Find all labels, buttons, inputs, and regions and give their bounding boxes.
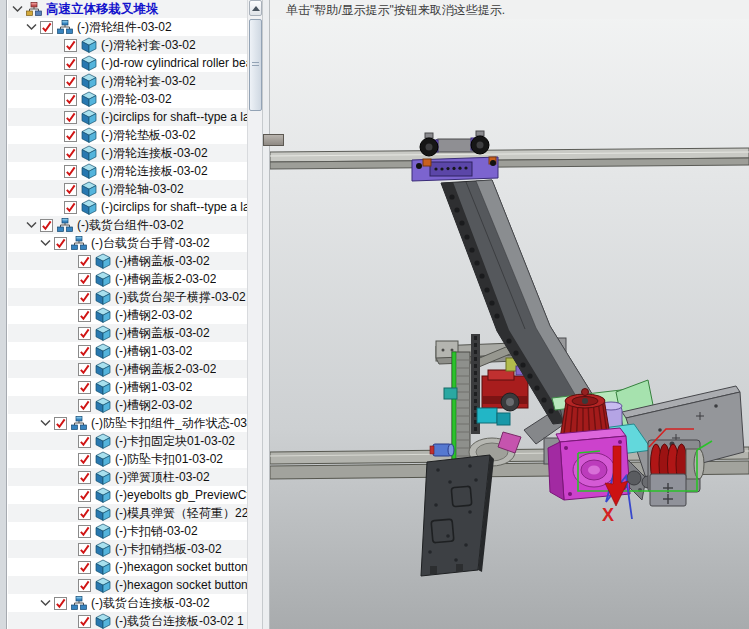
show-checkbox[interactable] [64, 201, 77, 214]
tree-row[interactable]: (-)台载货台手臂-03-02 [8, 234, 247, 252]
tree-row[interactable]: (-)卡扣固定块01-03-02 [8, 432, 247, 450]
show-checkbox[interactable] [78, 543, 91, 556]
part-cube-icon [95, 613, 111, 629]
part-cube-icon [95, 451, 111, 467]
row-label: (-)槽钢1-03-02 [115, 379, 192, 396]
show-checkbox[interactable] [40, 21, 53, 34]
tree-row[interactable]: (-)载货台组件-03-02 [8, 216, 247, 234]
pulley-bracket[interactable] [650, 474, 686, 506]
show-checkbox[interactable] [78, 435, 91, 448]
cad-model-scene[interactable]: X [270, 0, 749, 629]
show-checkbox[interactable] [78, 489, 91, 502]
show-checkbox[interactable] [40, 219, 53, 232]
tree-row[interactable]: (-)槽钢1-03-02 [8, 378, 247, 396]
tree-row[interactable]: (-)hexagon socket button h [8, 558, 247, 576]
show-checkbox[interactable] [64, 129, 77, 142]
tree-row[interactable]: (-)滑轮-03-02 [8, 90, 247, 108]
show-checkbox[interactable] [78, 525, 91, 538]
show-checkbox[interactable] [78, 273, 91, 286]
show-checkbox[interactable] [78, 291, 91, 304]
3d-viewport[interactable]: X 单击"帮助/显示提示"按钮来取消这些提示. [270, 0, 749, 629]
show-checkbox[interactable] [64, 93, 77, 106]
show-checkbox[interactable] [78, 363, 91, 376]
tree-row[interactable]: (-)滑轮衬套-03-02 [8, 36, 247, 54]
show-checkbox[interactable] [64, 39, 77, 52]
tree-row[interactable]: (-)防坠卡扣组件_动作状态-03 [8, 414, 247, 432]
show-checkbox[interactable] [64, 183, 77, 196]
axis-x-label: X [602, 505, 614, 525]
expander-chevron-icon[interactable] [12, 5, 26, 13]
part-cube-icon [95, 289, 111, 305]
show-checkbox[interactable] [78, 327, 91, 340]
show-checkbox[interactable] [78, 471, 91, 484]
tree-row[interactable]: (-)d-row cylindrical roller bear [8, 54, 247, 72]
tree-row[interactable]: (-)卡扣销挡板-03-02 [8, 540, 247, 558]
tree-row[interactable]: (-)防坠卡扣01-03-02 [8, 450, 247, 468]
tree-row[interactable]: (-)hexagon socket button h [8, 576, 247, 594]
tree-row[interactable]: (-)槽钢1-03-02 [8, 342, 247, 360]
tree-row[interactable]: (-)模具弹簧（轻荷重）22× [8, 504, 247, 522]
show-checkbox[interactable] [78, 615, 91, 628]
row-label: (-)hexagon socket button h [115, 560, 247, 574]
tree-row[interactable]: (-)弹簧顶柱-03-02 [8, 468, 247, 486]
tree-row[interactable]: (-)槽钢盖板2-03-02 [8, 270, 247, 288]
show-checkbox[interactable] [78, 381, 91, 394]
tree-row[interactable]: (-)载货台连接板-03-02 [8, 594, 247, 612]
row-label: (-)d-row cylindrical roller bear [101, 56, 247, 70]
row-label: (-)槽钢盖板-03-02 [115, 325, 210, 342]
carriage-roller-right[interactable] [471, 136, 489, 154]
show-checkbox[interactable] [78, 561, 91, 574]
show-checkbox[interactable] [78, 453, 91, 466]
tree-row[interactable]: (-)卡扣销-03-02 [8, 522, 247, 540]
tree-row[interactable]: (-)滑轮连接板-03-02 [8, 162, 247, 180]
show-checkbox[interactable] [54, 597, 67, 610]
tree-row[interactable]: (-)滑轮连接板-03-02 [8, 144, 247, 162]
top-guide-rail[interactable] [270, 148, 749, 169]
tree-row[interactable]: (-)circlips for shaft--type a lar [8, 198, 247, 216]
row-label: (-)hexagon socket button h [115, 578, 247, 592]
blue-cylinder-fitting[interactable] [430, 444, 454, 456]
scrollbar-up-button[interactable] [249, 0, 262, 16]
show-checkbox[interactable] [78, 507, 91, 520]
tree-row[interactable]: (-)circlips for shaft--type a lar [8, 108, 247, 126]
splitter-drag-handle[interactable] [263, 134, 284, 146]
tree-row[interactable]: (-)载货台架子横撑-03-02 [8, 288, 247, 306]
show-checkbox[interactable] [78, 399, 91, 412]
tree-scrollbar[interactable] [247, 0, 262, 629]
tree-row[interactable]: (-)槽钢2-03-02 [8, 306, 247, 324]
scrollbar-thumb[interactable] [249, 19, 262, 111]
tree-row[interactable]: 高速立体移栽叉堆垛 [8, 0, 247, 18]
expander-chevron-icon[interactable] [40, 419, 54, 427]
show-checkbox[interactable] [54, 417, 67, 430]
tree-row[interactable]: (-)槽钢盖板-03-02 [8, 324, 247, 342]
show-checkbox[interactable] [64, 57, 77, 70]
carriage-roller-left[interactable] [420, 138, 438, 156]
part-cube-icon [81, 55, 97, 71]
tree-row[interactable]: (-)槽钢盖板2-03-02 [8, 360, 247, 378]
expander-chevron-icon[interactable] [40, 239, 54, 247]
show-checkbox[interactable] [54, 237, 67, 250]
tree-row[interactable]: (-)滑轮组件-03-02 [8, 18, 247, 36]
tree-row[interactable]: (-)槽钢盖板-03-02 [8, 252, 247, 270]
tree-row[interactable]: (-)载货台连接板-03-02 1 [8, 612, 247, 629]
show-checkbox[interactable] [78, 309, 91, 322]
show-checkbox[interactable] [64, 147, 77, 160]
tree-row[interactable]: (-)槽钢2-03-02 [8, 396, 247, 414]
row-label: 高速立体移栽叉堆垛 [46, 1, 159, 18]
show-checkbox[interactable] [78, 345, 91, 358]
expander-chevron-icon[interactable] [26, 221, 40, 229]
panel-splitter[interactable] [262, 0, 270, 629]
expander-chevron-icon[interactable] [26, 23, 40, 31]
show-checkbox[interactable] [64, 75, 77, 88]
expander-chevron-icon[interactable] [40, 599, 54, 607]
tree-row[interactable]: (-)滑轮轴-03-02 [8, 180, 247, 198]
show-checkbox[interactable] [64, 111, 77, 124]
tree-row[interactable]: (-)eyebolts gb_PreviewCfg- [8, 486, 247, 504]
show-checkbox[interactable] [78, 579, 91, 592]
tree-row[interactable]: (-)滑轮垫板-03-02 [8, 126, 247, 144]
assembly-tree-panel[interactable]: 高速立体移栽叉堆垛(-)滑轮组件-03-02(-)滑轮衬套-03-02(-)d-… [8, 0, 247, 629]
fork-plate-dark[interactable] [421, 455, 494, 576]
tree-row[interactable]: (-)滑轮衬套-03-02 [8, 72, 247, 90]
show-checkbox[interactable] [78, 255, 91, 268]
show-checkbox[interactable] [64, 165, 77, 178]
